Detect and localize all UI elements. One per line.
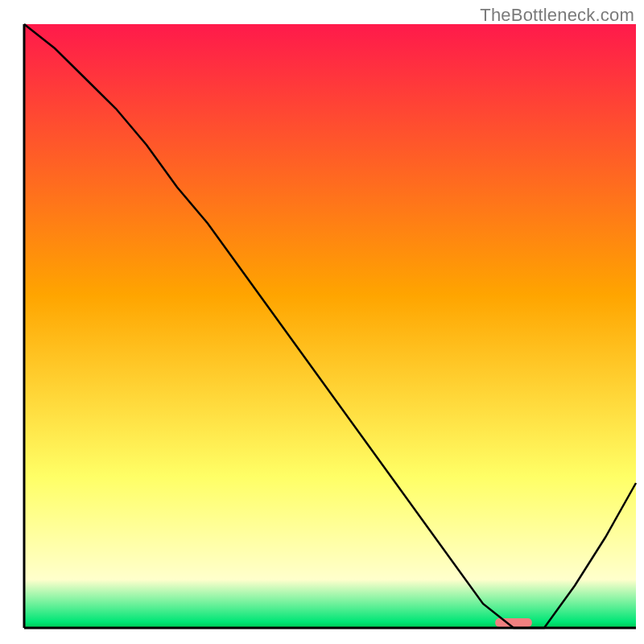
plot-background xyxy=(24,24,636,628)
chart-canvas xyxy=(0,0,644,644)
watermark-label: TheBottleneck.com xyxy=(480,5,634,26)
optimal-marker xyxy=(495,618,532,627)
bottleneck-chart: TheBottleneck.com xyxy=(0,0,644,644)
